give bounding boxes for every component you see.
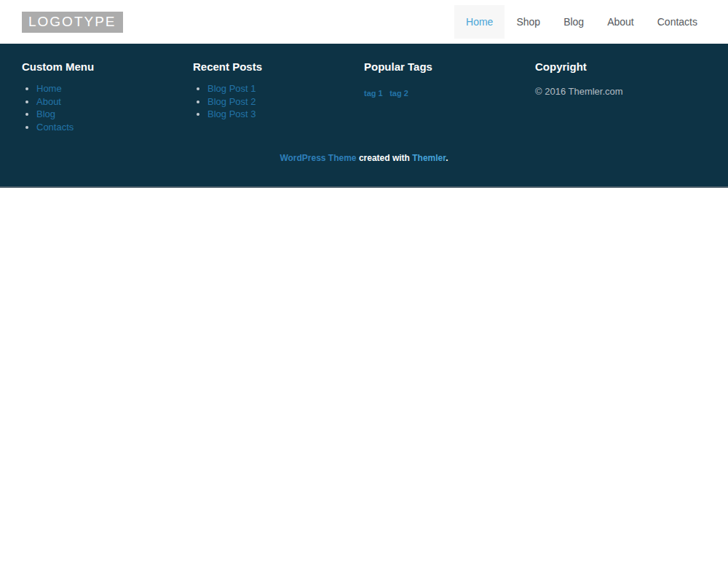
themler-link[interactable]: Themler [412, 153, 446, 163]
recent-posts-list-item: Blog Post 2 [207, 95, 364, 108]
wordpress-theme-link[interactable]: WordPress Theme [280, 153, 356, 163]
credits-suffix: . [446, 153, 448, 163]
credits-line: WordPress Theme created with Themler. [22, 153, 706, 164]
nav-item[interactable]: Blog [552, 5, 596, 39]
recent-posts-list-item: Blog Post 1 [207, 82, 364, 95]
tags-line: tag 1 tag 2 [364, 86, 535, 99]
custom-menu-list: Home About Blog Contacts [22, 82, 193, 133]
nav-item[interactable]: About [596, 5, 646, 39]
copyright-text: © 2016 Themler.com [535, 86, 706, 97]
custom-menu-list-item: About [36, 95, 193, 108]
site-header: LOGOTYPE Home Shop Blog About Contacts [0, 0, 728, 44]
nav-item[interactable]: Home [454, 5, 505, 39]
recent-post-link[interactable]: Blog Post 3 [207, 108, 256, 119]
custom-menu-heading: Custom Menu [22, 60, 193, 74]
site-logo[interactable]: LOGOTYPE [22, 12, 123, 33]
site-footer: Custom Menu Home About Blog [0, 44, 728, 188]
custom-menu-link[interactable]: Contacts [36, 122, 74, 133]
custom-menu-link[interactable]: About [36, 96, 61, 107]
main-nav: Home Shop Blog About Contacts [454, 5, 709, 39]
credits-middle-text: created with [357, 153, 413, 163]
footer-col-popular-tags: Popular Tags tag 1 tag 2 [364, 60, 535, 133]
recent-post-link[interactable]: Blog Post 1 [207, 83, 256, 94]
empty-page-body [0, 188, 728, 584]
recent-post-link[interactable]: Blog Post 2 [207, 96, 256, 107]
footer-columns: Custom Menu Home About Blog [22, 60, 706, 133]
copyright-heading: Copyright [535, 60, 706, 74]
custom-menu-list-item: Contacts [36, 121, 193, 134]
recent-posts-list: Blog Post 1 Blog Post 2 Blog Post 3 [193, 82, 364, 121]
tag-link[interactable]: tag 1 [364, 89, 383, 98]
nav-item[interactable]: Contacts [646, 5, 709, 39]
custom-menu-list-item: Home [36, 82, 193, 95]
custom-menu-link[interactable]: Blog [36, 108, 55, 119]
recent-posts-heading: Recent Posts [193, 60, 364, 74]
footer-col-copyright: Copyright © 2016 Themler.com [535, 60, 706, 133]
popular-tags-heading: Popular Tags [364, 60, 535, 74]
tag-link[interactable]: tag 2 [389, 89, 408, 98]
footer-col-custom-menu: Custom Menu Home About Blog [22, 60, 193, 133]
custom-menu-list-item: Blog [36, 108, 193, 121]
nav-item[interactable]: Shop [505, 5, 552, 39]
recent-posts-list-item: Blog Post 3 [207, 108, 364, 121]
footer-col-recent-posts: Recent Posts Blog Post 1 Blog Post 2 Blo… [193, 60, 364, 133]
custom-menu-link[interactable]: Home [36, 83, 62, 94]
